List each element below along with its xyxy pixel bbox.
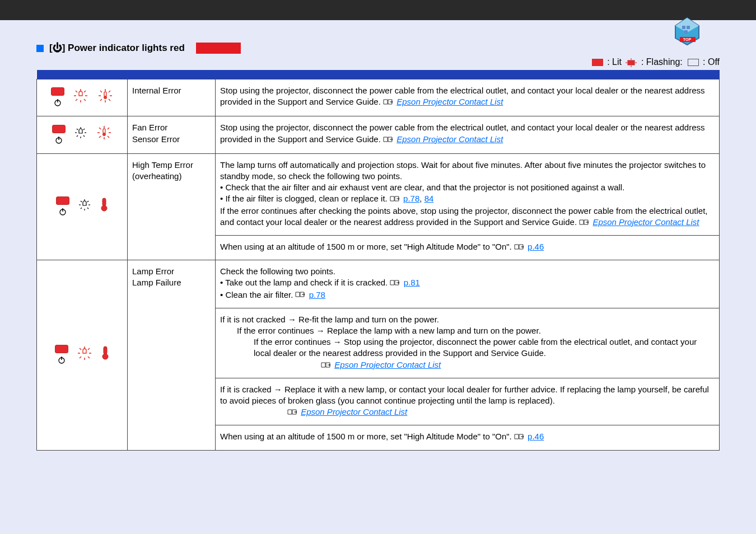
heading-red-tag [196, 43, 241, 54]
lamp-flashing-red-icon [72, 87, 89, 107]
svg-line-57 [87, 201, 88, 202]
lamp-off-icon [73, 125, 88, 143]
book-hand-icon [579, 217, 589, 228]
remedy-cell: The lamp turns off automatically and pro… [216, 153, 720, 235]
remedy-cell: Stop using the projector, disconnect the… [216, 116, 720, 153]
heading-text: [⏻] Power indicator lights red [49, 43, 185, 54]
book-hand-icon [321, 360, 331, 371]
page-link-78[interactable]: p.78 [403, 194, 419, 203]
book-hand-icon [287, 407, 297, 418]
lit-indicator-icon [592, 59, 603, 66]
power-light-red-icon [55, 345, 68, 353]
cause-cell: Internal Error [128, 79, 216, 116]
svg-line-19 [84, 99, 86, 101]
page-link-46[interactable]: p.46 [528, 432, 544, 441]
svg-line-16 [76, 91, 77, 92]
cause-cell: High Temp Error (overheating) [128, 153, 216, 260]
remedy-altitude-cell-2: When using at an altitude of 1500 m or m… [216, 425, 720, 450]
bullet-2b: • Clean the air filter. [220, 290, 293, 299]
svg-line-68 [80, 348, 81, 350]
cause-text: High Temp Error (overheating) [132, 160, 193, 181]
status-cell-fan-sensor [37, 116, 128, 153]
remedy-cell-not-cracked: If it is not cracked → Re-fit the lamp a… [216, 308, 720, 378]
svg-line-59 [87, 208, 88, 209]
status-cell-internal-error [37, 79, 128, 116]
svg-point-61 [101, 205, 107, 211]
page-link-46[interactable]: p.46 [528, 242, 544, 251]
svg-line-46 [99, 136, 101, 138]
svg-line-69 [88, 348, 90, 350]
book-hand-icon [383, 97, 393, 108]
svg-line-38 [77, 135, 78, 137]
power-light-red-icon [51, 87, 64, 96]
cause-cell: Fan Error Sensor Error [128, 116, 216, 153]
svg-rect-4 [684, 30, 688, 34]
svg-line-17 [84, 91, 86, 92]
remedy-bullet-1b: • If the air filter is clogged, clean or… [220, 194, 388, 203]
power-icon [53, 98, 62, 107]
top-logo-icon[interactable]: TOP [673, 16, 701, 46]
svg-line-45 [108, 128, 109, 129]
book-hand-icon [295, 289, 305, 301]
power-icon [58, 207, 67, 216]
altitude-text: When using at an altitude of 1500 m or m… [220, 432, 512, 441]
cause-cell: Lamp Error Lamp Failure [128, 260, 216, 451]
cause-text: Lamp Error Lamp Failure [132, 266, 181, 287]
svg-line-26 [100, 99, 102, 101]
svg-rect-28 [104, 92, 106, 96]
remedy-altitude-cell: When using at an altitude of 1500 m or m… [216, 235, 720, 260]
svg-point-29 [104, 96, 107, 99]
svg-line-27 [109, 99, 110, 101]
book-hand-icon [514, 242, 524, 253]
power-light-red-icon [52, 125, 66, 133]
flashing-indicator-icon [624, 57, 638, 68]
legend-off-label: : Off [703, 57, 720, 67]
svg-rect-5 [628, 60, 634, 65]
error-table: Internal Error Stop using the projector,… [36, 70, 720, 451]
epson-contact-link[interactable]: Epson Projector Contact List [396, 97, 503, 106]
bullet-2a: • Take out the lamp and check if it is c… [220, 278, 388, 287]
svg-line-56 [81, 201, 82, 202]
remedy-bullet-1a: • Check that the air filter and air exha… [220, 182, 715, 193]
not-cracked-l2: If the error continues → Replace the lam… [220, 325, 715, 336]
header-bar [0, 0, 756, 20]
cause-text: Fan Error Sensor Error [132, 123, 180, 143]
page-link-78[interactable]: p.78 [309, 290, 325, 299]
svg-line-39 [83, 135, 85, 137]
square-bullet-icon [36, 45, 44, 52]
svg-line-70 [80, 357, 81, 358]
book-hand-icon [390, 194, 400, 205]
svg-rect-2 [682, 26, 685, 29]
svg-line-58 [81, 208, 82, 209]
power-icon [57, 355, 66, 364]
power-icon [54, 135, 63, 144]
remedy-cell: Stop using the projector, disconnect the… [216, 79, 720, 116]
status-cell-high-temp [37, 153, 128, 260]
svg-rect-60 [102, 198, 106, 206]
remedy-cell-cracked: If it is cracked → Replace it with a new… [216, 378, 720, 425]
page-link-81[interactable]: p.81 [404, 278, 420, 287]
svg-point-49 [102, 133, 106, 136]
legend-flashing-label: : Flashing: [641, 57, 683, 67]
epson-contact-link[interactable]: Epson Projector Contact List [334, 360, 441, 369]
not-cracked-l3: If the error continues → Stop using the … [254, 337, 697, 358]
svg-point-73 [102, 354, 108, 359]
page-link-84[interactable]: 84 [424, 194, 434, 203]
svg-line-25 [109, 91, 110, 92]
temp-lit-red-icon [101, 345, 110, 364]
svg-line-18 [76, 99, 77, 101]
cause-text: Internal Error [132, 86, 181, 95]
svg-rect-72 [104, 346, 107, 354]
legend: : Lit : Flashing: : Off [36, 57, 720, 68]
not-cracked-l1: If it is not cracked → Re-fit the lamp a… [220, 314, 715, 325]
legend-lit-label: : Lit [607, 57, 622, 67]
epson-contact-link[interactable]: Epson Projector Contact List [396, 134, 503, 144]
lamp-flashing-red-icon [76, 345, 93, 364]
check-heading: Check the following two points. [220, 266, 715, 277]
altitude-text: When using at an altitude of 1500 m or m… [220, 242, 512, 251]
cracked-text: If it is cracked → Replace it with a new… [220, 385, 709, 405]
temp-lit-red-icon [100, 197, 109, 216]
temp-flashing-red-icon [97, 87, 114, 107]
epson-contact-link[interactable]: Epson Projector Contact List [592, 217, 699, 227]
epson-contact-link[interactable]: Epson Projector Contact List [301, 407, 407, 416]
